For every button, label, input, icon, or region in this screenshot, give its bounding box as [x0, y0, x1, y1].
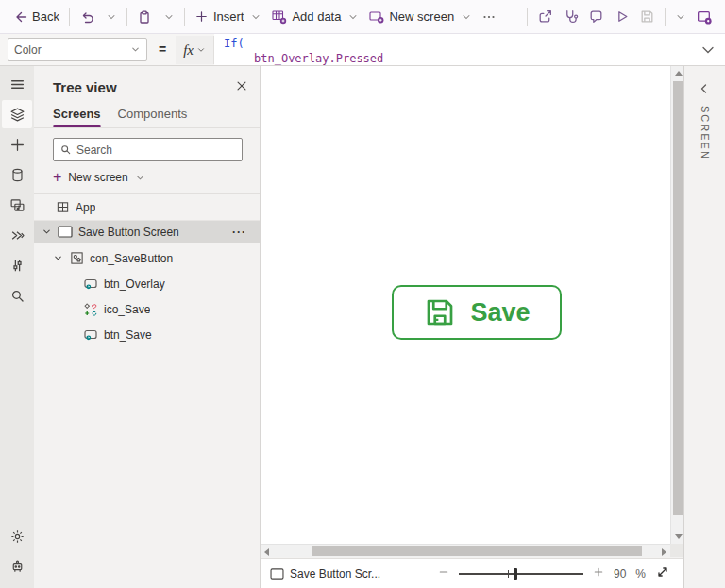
horizontal-scrollbar-thumb[interactable]: [312, 546, 642, 556]
icon-control-icon: [83, 302, 98, 317]
tree-item-app[interactable]: App: [34, 194, 260, 221]
save-app-button[interactable]: [634, 4, 660, 30]
formula-input[interactable]: If( btn_Overlay.Pressed: [214, 34, 691, 65]
database-icon: [9, 167, 25, 183]
back-button[interactable]: Back: [8, 4, 64, 30]
formula-bar-expand-button[interactable]: [691, 34, 725, 65]
virtual-agent-rail-button[interactable]: [2, 552, 32, 580]
fit-to-window-button[interactable]: [655, 564, 670, 582]
save-disk-icon: [423, 295, 457, 329]
zoom-slider-track[interactable]: [459, 573, 583, 575]
preview-play-button[interactable]: [609, 4, 634, 30]
insert-menu-button[interactable]: Insert: [190, 4, 267, 30]
chevron-down-icon[interactable]: [53, 253, 63, 263]
canvas-save-button[interactable]: Save: [392, 285, 562, 340]
status-screen-name: Save Button Scr...: [290, 567, 380, 580]
tab-screens[interactable]: Screens: [53, 107, 101, 127]
add-data-button[interactable]: Add data: [266, 4, 363, 30]
zoom-slider[interactable]: [459, 567, 583, 580]
scroll-up-arrow-icon[interactable]: [675, 71, 683, 76]
search-rail-button[interactable]: [2, 281, 32, 310]
back-arrow-icon: [12, 9, 27, 25]
save-options-chevron[interactable]: [670, 4, 691, 30]
tree-search-box[interactable]: [53, 138, 243, 161]
tab-components[interactable]: Components: [118, 107, 188, 127]
expand-panel-button[interactable]: [697, 81, 712, 100]
close-panel-button[interactable]: [235, 79, 248, 95]
app-screen-canvas[interactable]: Save: [261, 66, 670, 544]
publish-button[interactable]: [691, 4, 717, 30]
divider: [665, 8, 666, 26]
zoom-out-button[interactable]: [438, 566, 449, 580]
power-automate-icon: [9, 227, 25, 244]
divider: [69, 8, 70, 26]
zoom-slider-tick-cross: [504, 573, 513, 574]
robot-icon: [9, 559, 25, 575]
clipboard-icon: [137, 9, 152, 25]
power-automate-rail-button[interactable]: [2, 221, 32, 249]
app-checker-button[interactable]: [558, 4, 583, 30]
scroll-down-arrow-icon[interactable]: [675, 534, 683, 539]
container-icon: [69, 251, 84, 266]
add-data-icon: [271, 8, 287, 25]
more-options-button[interactable]: ···: [232, 226, 260, 239]
fx-button[interactable]: fx: [176, 36, 214, 64]
vertical-scrollbar-thumb[interactable]: [673, 81, 683, 515]
media-rail-button[interactable]: [2, 191, 32, 219]
tree-item-ico-save[interactable]: ico_Save: [34, 298, 260, 320]
paste-button[interactable]: [132, 4, 157, 30]
app-checker-icon: [563, 8, 579, 25]
scroll-left-arrow-icon[interactable]: [264, 548, 269, 556]
media-icon: [9, 197, 25, 213]
paste-dropdown-chevron[interactable]: [157, 4, 179, 30]
properties-panel-collapsed[interactable]: SCREEN: [683, 66, 725, 588]
more-commands-button[interactable]: [477, 4, 501, 30]
settings-rail-button[interactable]: [2, 522, 32, 550]
zoom-in-button[interactable]: [593, 566, 604, 580]
chevron-down-icon[interactable]: [42, 227, 52, 237]
hamburger-menu-button[interactable]: [2, 70, 32, 98]
screen-icon: [58, 225, 73, 240]
gear-icon: [9, 529, 25, 545]
share-icon: [537, 8, 553, 25]
tree-view-rail-button[interactable]: [2, 100, 32, 128]
horizontal-scrollbar[interactable]: [261, 544, 670, 557]
scroll-right-arrow-icon[interactable]: [662, 548, 666, 556]
sliders-icon: [9, 258, 25, 274]
tree-item-save-button-screen[interactable]: Save Button Screen ···: [34, 221, 260, 243]
tree-item-btn-save[interactable]: btn_Save: [34, 324, 260, 345]
data-rail-button[interactable]: [2, 160, 32, 189]
rail-bottom-group: [2, 522, 32, 588]
new-screen-tree-button[interactable]: + New screen: [34, 161, 260, 194]
comments-button[interactable]: [583, 4, 609, 30]
new-screen-button[interactable]: New screen: [363, 4, 477, 30]
tree-search-input[interactable]: [76, 143, 236, 157]
powerapps-studio-window: Back Insert: [0, 0, 725, 588]
tree-item-label: con_SaveButton: [90, 252, 173, 265]
undo-dropdown-chevron[interactable]: [99, 4, 122, 30]
button-control-icon: [83, 277, 98, 292]
vertical-scrollbar[interactable]: [670, 66, 683, 544]
formula-bar: Color = fx If( btn_Overlay.Pressed: [0, 34, 725, 66]
tree-item-label: App: [76, 201, 95, 214]
fx-label: fx: [183, 42, 194, 59]
status-screen-selector[interactable]: Save Button Scr...: [270, 567, 380, 580]
tree-item-con-savebutton[interactable]: con_SaveButton: [34, 247, 260, 269]
app-icon: [55, 200, 70, 215]
plus-icon: [9, 137, 25, 153]
tree-item-btn-overlay[interactable]: btn_Overlay: [34, 273, 260, 294]
tree-item-label: Save Button Screen: [78, 226, 179, 239]
new-screen-label: New screen: [68, 171, 127, 184]
zoom-slider-handle[interactable]: [514, 568, 517, 580]
chevron-down-icon: [347, 11, 359, 23]
share-button[interactable]: [532, 4, 558, 30]
advanced-tools-rail-button[interactable]: [2, 251, 32, 279]
undo-button[interactable]: [75, 4, 99, 30]
property-selector[interactable]: Color: [8, 38, 147, 61]
insert-rail-button[interactable]: [2, 130, 32, 159]
undo-icon: [79, 9, 94, 25]
plus-icon: [593, 566, 604, 578]
plus-icon: +: [53, 173, 61, 182]
minus-icon: [438, 566, 449, 578]
zoom-controls: 90 %: [438, 564, 670, 582]
